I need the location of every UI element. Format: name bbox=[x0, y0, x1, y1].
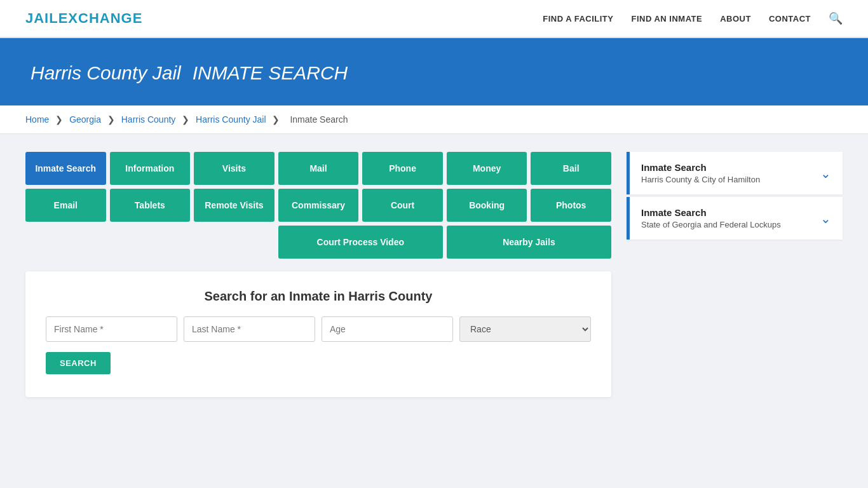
chevron-down-icon: ⌄ bbox=[820, 166, 831, 181]
breadcrumb-harris-jail[interactable]: Harris County Jail bbox=[196, 114, 266, 125]
nav-contact[interactable]: CONTACT bbox=[769, 14, 811, 24]
search-fields: Race White Black Hispanic Asian Other bbox=[46, 316, 591, 342]
breadcrumb-sep-1: ❯ bbox=[55, 114, 65, 125]
nav-find-inmate[interactable]: FIND AN INMATE bbox=[631, 14, 702, 24]
logo-exchange: EXCHANGE bbox=[58, 10, 143, 26]
btn-visits[interactable]: Visits bbox=[194, 152, 275, 185]
race-select[interactable]: Race White Black Hispanic Asian Other bbox=[459, 316, 591, 342]
btn-phone[interactable]: Phone bbox=[362, 152, 443, 185]
site-header: JAILEXCHANGE FIND A FACILITY FIND AN INM… bbox=[0, 0, 868, 38]
hero-banner: Harris County Jail INMATE SEARCH bbox=[0, 38, 868, 105]
breadcrumb-home[interactable]: Home bbox=[25, 114, 49, 125]
btn-money[interactable]: Money bbox=[447, 152, 527, 185]
sidebar-card-state-georgia-title: Inmate Search bbox=[641, 207, 781, 218]
sidebar-card-harris-county[interactable]: Inmate Search Harris County & City of Ha… bbox=[627, 152, 843, 194]
logo-jail: JAIL bbox=[25, 10, 58, 26]
age-input[interactable] bbox=[322, 316, 453, 342]
btn-email[interactable]: Email bbox=[25, 189, 106, 222]
btn-nearby-jails[interactable]: Nearby Jails bbox=[447, 226, 611, 259]
right-sidebar: Inmate Search Harris County & City of Ha… bbox=[627, 152, 843, 242]
last-name-input[interactable] bbox=[184, 316, 315, 342]
breadcrumb-harris-county[interactable]: Harris County bbox=[121, 114, 176, 125]
main-content: Inmate Search Information Visits Mail Ph… bbox=[0, 134, 868, 415]
search-form-title: Search for an Inmate in Harris County bbox=[46, 289, 591, 304]
header-search-button[interactable]: 🔍 bbox=[829, 11, 843, 25]
btn-court-process-video[interactable]: Court Process Video bbox=[278, 226, 443, 259]
btn-bail[interactable]: Bail bbox=[531, 152, 611, 185]
main-nav: FIND A FACILITY FIND AN INMATE ABOUT CON… bbox=[543, 11, 843, 25]
btn-remote-visits[interactable]: Remote Visits bbox=[194, 189, 275, 222]
btn-commissary[interactable]: Commissary bbox=[278, 189, 359, 222]
breadcrumb-current: Inmate Search bbox=[290, 114, 348, 125]
breadcrumb-sep-2: ❯ bbox=[107, 114, 118, 125]
nav-find-facility[interactable]: FIND A FACILITY bbox=[543, 14, 613, 24]
first-name-input[interactable] bbox=[46, 316, 177, 342]
breadcrumb-georgia[interactable]: Georgia bbox=[69, 114, 101, 125]
chevron-down-icon-2: ⌄ bbox=[820, 211, 831, 226]
breadcrumb: Home ❯ Georgia ❯ Harris County ❯ Harris … bbox=[0, 105, 868, 134]
btn-mail[interactable]: Mail bbox=[278, 152, 359, 185]
sidebar-card-harris-county-title: Inmate Search bbox=[641, 162, 760, 173]
left-column: Inmate Search Information Visits Mail Ph… bbox=[25, 152, 611, 397]
nav-buttons-row1: Inmate Search Information Visits Mail Ph… bbox=[25, 152, 611, 185]
btn-court[interactable]: Court bbox=[362, 189, 443, 222]
sidebar-card-harris-county-text: Inmate Search Harris County & City of Ha… bbox=[641, 162, 760, 184]
sidebar-card-harris-county-sub: Harris County & City of Hamilton bbox=[641, 175, 760, 184]
search-submit-button[interactable]: SEARCH bbox=[46, 352, 111, 374]
nav-about[interactable]: ABOUT bbox=[720, 14, 751, 24]
btn-photos[interactable]: Photos bbox=[531, 189, 611, 222]
page-title-main: Harris County Jail bbox=[31, 62, 181, 83]
breadcrumb-sep-4: ❯ bbox=[272, 114, 282, 125]
sidebar-card-state-georgia[interactable]: Inmate Search State of Georgia and Feder… bbox=[627, 197, 843, 240]
btn-tablets[interactable]: Tablets bbox=[110, 189, 191, 222]
page-title: Harris County Jail INMATE SEARCH bbox=[25, 58, 843, 85]
btn-information[interactable]: Information bbox=[110, 152, 191, 185]
sidebar-card-state-georgia-sub: State of Georgia and Federal Lockups bbox=[641, 220, 781, 229]
search-form-container: Search for an Inmate in Harris County Ra… bbox=[25, 271, 611, 397]
btn-booking[interactable]: Booking bbox=[447, 189, 527, 222]
page-title-sub: INMATE SEARCH bbox=[193, 62, 348, 83]
site-logo[interactable]: JAILEXCHANGE bbox=[25, 10, 142, 27]
breadcrumb-sep-3: ❯ bbox=[182, 114, 192, 125]
nav-buttons-row3: Court Process Video Nearby Jails bbox=[25, 226, 611, 259]
btn-inmate-search[interactable]: Inmate Search bbox=[25, 152, 106, 185]
nav-buttons-row2: Email Tablets Remote Visits Commissary C… bbox=[25, 189, 611, 222]
sidebar-card-state-georgia-text: Inmate Search State of Georgia and Feder… bbox=[641, 207, 781, 229]
